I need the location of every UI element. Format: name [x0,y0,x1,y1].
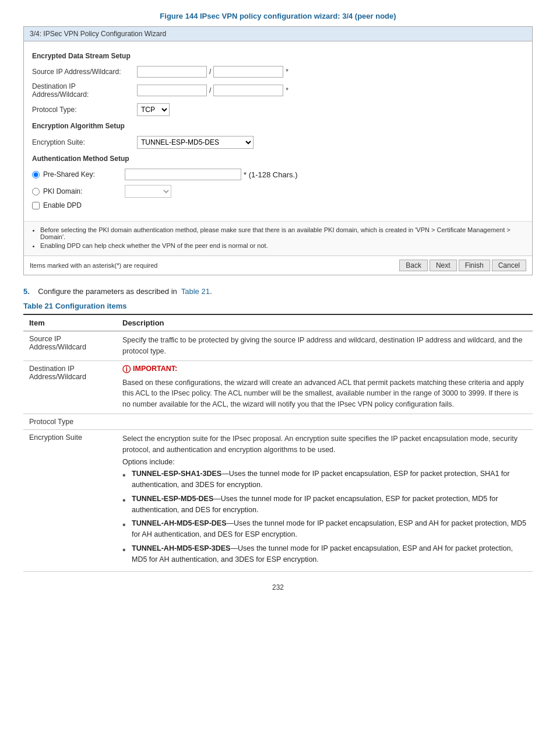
col-item: Item [23,314,117,331]
step5-text: 5. Configure the parameters as described… [23,287,533,296]
options-list: • TUNNEL-ESP-SHA1-3DES—Uses the tunnel m… [122,468,527,565]
option-term-3: TUNNEL-AH-MD5-ESP-DES [132,519,227,527]
source-ip-label: Source IP Address/Wildcard: [32,68,137,76]
encrypted-stream-header: Encrypted Data Stream Setup [32,52,524,61]
pre-shared-key-input[interactable] [125,169,241,180]
option-term-2: TUNNEL-ESP-MD5-DES [132,495,213,503]
dest-ip-required: * [286,86,288,94]
cancel-button[interactable]: Cancel [492,260,526,271]
table21-title: Table 21 Configuration items [23,302,533,310]
encryption-suite-row: Encryption Suite: TUNNEL-ESP-SHA1-3DES T… [32,135,524,150]
pki-domain-label: PKI Domain: [43,187,125,195]
pki-domain-row: PKI Domain: [32,184,524,199]
dest-ip-input[interactable] [137,85,207,96]
table-row: Protocol Type [23,414,533,429]
encryption-suite-select[interactable]: TUNNEL-ESP-SHA1-3DES TUNNEL-ESP-MD5-DES … [137,136,254,149]
dest-ip-label: Destination IP Address/Wildcard: [32,82,137,99]
important-label: IMPORTANT: [133,365,177,373]
item-encryption-suite: Encryption Suite [23,429,117,572]
wizard-notes: Before selecting the PKI domain authenti… [24,221,532,256]
pre-shared-key-row: Pre-Shared Key: * (1-128 Chars.) [32,167,524,181]
wizard-footer: Items marked with an asterisk(*) are req… [24,256,532,275]
table21-link[interactable]: Table 21 [181,287,210,296]
dest-ip-wildcard-input[interactable] [213,85,283,96]
encryption-algo-header: Encryption Algorithm Setup [32,122,524,131]
step-number: 5. [23,287,30,296]
list-item: • TUNNEL-ESP-MD5-DES—Uses the tunnel mod… [122,494,527,516]
source-ip-input[interactable] [137,66,207,78]
finish-button[interactable]: Finish [459,260,490,271]
dest-ip-row: Destination IP Address/Wildcard: / * [32,81,524,100]
step5-intro: Configure the parameters as described in [38,287,177,296]
auth-method-header: Authentication Method Setup [32,155,524,164]
enable-dpd-label: Enable DPD [43,201,82,209]
protocol-select[interactable]: TCP UDP ICMP Any [137,103,170,116]
table-header-row: Item Description [23,314,533,331]
pki-domain-select[interactable] [125,185,171,198]
source-ip-wildcard-input[interactable] [213,66,283,78]
source-ip-sep: / [209,68,211,76]
desc-encryption-suite: Select the encryption suite for the IPse… [117,429,533,572]
bullet-3: • [122,518,132,540]
required-note: Items marked with an asterisk(*) are req… [30,262,157,269]
list-item: • TUNNEL-AH-MD5-ESP-DES—Uses the tunnel … [122,518,527,540]
bullet-1: • [122,468,132,491]
footer-buttons: Back Next Finish Cancel [399,260,526,271]
pre-shared-key-radio[interactable] [32,171,40,178]
next-button[interactable]: Next [430,260,457,271]
table-row: Encryption Suite Select the encryption s… [23,429,533,572]
item-protocol-type: Protocol Type [23,414,117,429]
item-source-ip: Source IP Address/Wildcard [23,331,117,361]
options-header: Options include: [122,458,527,466]
page-number: 232 [23,583,533,592]
pki-domain-radio[interactable] [32,188,40,195]
source-ip-row: Source IP Address/Wildcard: / * [32,65,524,79]
protocol-label: Protocol Type: [32,106,137,114]
encryption-suite-label: Encryption Suite: [32,138,137,146]
figure-title: Figure 144 IPsec VPN policy configuratio… [23,12,533,20]
dest-ip-sep: / [209,86,211,94]
important-body: Based on these configurations, the wizar… [122,377,527,410]
enable-dpd-row: Enable DPD [32,201,524,209]
option-term-1: TUNNEL-ESP-SHA1-3DES [132,470,221,478]
wizard-box: 3/4: IPSec VPN Policy Configuration Wiza… [23,26,533,275]
option-term-4: TUNNEL-AH-MD5-ESP-3DES [132,544,230,552]
source-ip-required: * [286,68,288,76]
list-item: • TUNNEL-ESP-SHA1-3DES—Uses the tunnel m… [122,468,527,491]
config-table: Item Description Source IP Address/Wildc… [23,314,533,572]
col-description: Description [117,314,533,331]
desc-dest-ip: ⓘ IMPORTANT: Based on these configuratio… [117,360,533,414]
pre-shared-key-label: Pre-Shared Key: [43,170,125,178]
enable-dpd-checkbox[interactable] [32,202,40,209]
table-row: Source IP Address/Wildcard Specify the t… [23,331,533,361]
important-icon: ⓘ [122,365,131,375]
bullet-2: • [122,494,132,516]
item-dest-ip: Destination IP Address/Wildcard [23,360,117,414]
desc-protocol-type [117,414,533,429]
pre-shared-key-hint: * (1-128 Chars.) [244,170,297,179]
back-button[interactable]: Back [399,260,428,271]
table-row: Destination IP Address/Wildcard ⓘ IMPORT… [23,360,533,414]
desc-source-ip: Specify the traffic to be protected by g… [117,331,533,361]
bullet-4: • [122,543,132,565]
protocol-row: Protocol Type: TCP UDP ICMP Any [32,102,524,117]
note-2: Enabling DPD can help check whether the … [40,242,526,249]
wizard-title-bar: 3/4: IPSec VPN Policy Configuration Wiza… [24,27,532,41]
note-1: Before selecting the PKI domain authenti… [40,226,526,240]
list-item: • TUNNEL-AH-MD5-ESP-3DES—Uses the tunnel… [122,543,527,565]
